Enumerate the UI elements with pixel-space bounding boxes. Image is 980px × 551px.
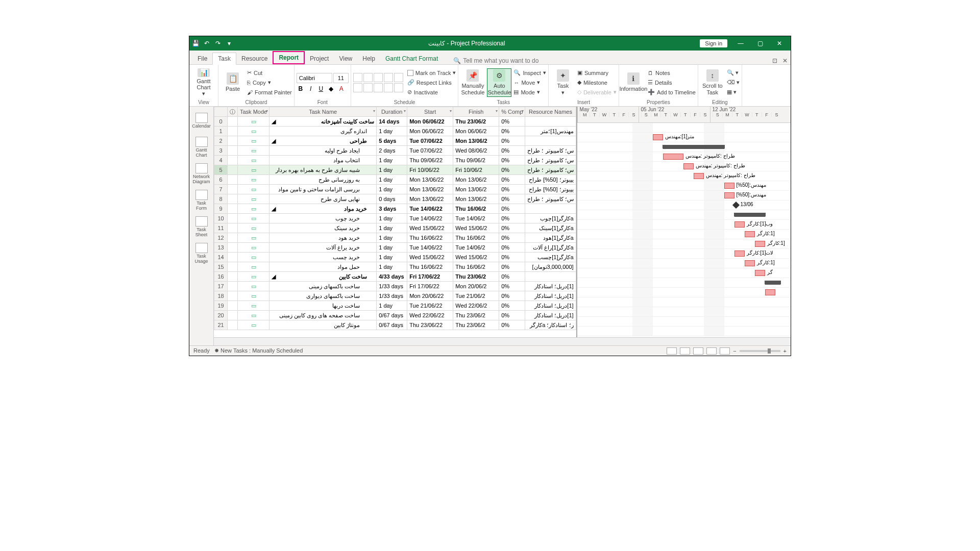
paste-button[interactable]: 📋Paste xyxy=(220,68,245,97)
table-row[interactable]: 5▭شبیه سازی طرح به همراه بهره بردار1 day… xyxy=(214,165,576,175)
table-row[interactable]: 1▭اندازه گیری1 dayMon 06/06/22Mon 06/06/… xyxy=(214,127,576,136)
maximize-button[interactable]: ▢ xyxy=(751,40,769,47)
save-icon[interactable]: 💾 xyxy=(191,39,200,47)
col-duration: Duration▾ xyxy=(377,107,407,117)
table-row[interactable]: 8▭نهایی سازی طرح0 daysMon 13/06/22Mon 13… xyxy=(214,194,576,204)
copy-button[interactable]: ⎘ Copy ▾ xyxy=(247,78,292,87)
view-shortcut-4[interactable] xyxy=(706,347,717,355)
sign-in-button[interactable]: Sign in xyxy=(700,39,727,47)
table-row[interactable]: 21▭مونتاژ کابین0/67 daysThu 23/06/22Thu … xyxy=(214,320,576,330)
table-row[interactable]: 14▭خرید چسب1 dayWed 15/06/22Wed 15/06/20… xyxy=(214,253,576,262)
paste-icon: 📋 xyxy=(227,72,239,85)
tab-report[interactable]: Report xyxy=(273,51,305,64)
font-size-input[interactable] xyxy=(333,73,349,83)
tab-task[interactable]: Task xyxy=(212,53,236,65)
table-row[interactable]: 4▭انتخاب مواد1 dayThu 09/06/22Thu 09/06/… xyxy=(214,156,576,165)
find-button[interactable]: 🔍 ▾ xyxy=(727,68,740,78)
minimize-button[interactable]: — xyxy=(731,40,750,47)
table-row[interactable]: 2▭◢طراحی5 daysTue 07/06/22Mon 13/06/20% xyxy=(214,136,576,146)
zoom-slider[interactable] xyxy=(740,350,780,352)
table-row[interactable]: 12▭خرید هود1 dayThu 16/06/22Thu 16/06/20… xyxy=(214,233,576,243)
zoom-out-button[interactable]: − xyxy=(733,348,736,354)
table-row[interactable]: 17▭ساخت باکسهای زمینی1/33 daysFri 17/06/… xyxy=(214,282,576,291)
task-table[interactable]: ⓘ Task Mode▾ Task Name▾ Duration▾ Start▾… xyxy=(214,107,576,330)
qat-dropdown-icon[interactable]: ▾ xyxy=(225,39,233,47)
close-pane-icon[interactable]: ✕ xyxy=(782,57,788,64)
tab-view[interactable]: View xyxy=(334,53,357,64)
font-name-input[interactable] xyxy=(297,73,332,83)
col-complete: % Comp▾ xyxy=(499,107,525,117)
table-row[interactable]: 7▭بررسی الزامات ساختی و تامین مواد1 dayM… xyxy=(214,185,576,194)
cut-button[interactable]: ✂ Cut xyxy=(247,68,292,78)
tab-format[interactable]: Gantt Chart Format xyxy=(380,53,443,64)
tab-project[interactable]: Project xyxy=(305,53,334,64)
table-row[interactable]: 6▭به روزرسانی طرح1 dayMon 13/06/22Mon 13… xyxy=(214,175,576,185)
clear-button[interactable]: ⌫ ▾ xyxy=(727,78,740,87)
fill-button[interactable]: ▦ ▾ xyxy=(727,88,740,97)
tab-file[interactable]: File xyxy=(192,53,212,64)
add-to-timeline-button[interactable]: ➕ Add to Timeline xyxy=(648,88,696,97)
table-row[interactable]: 16▭◢ساخت کابین4/33 daysFri 17/06/22Thu 2… xyxy=(214,272,576,282)
table-row[interactable]: 19▭ساخت دربها1 dayTue 21/06/22Wed 22/06/… xyxy=(214,301,576,311)
group-insert-label: Insert xyxy=(551,99,617,105)
view-task-sheet[interactable]: Task Sheet xyxy=(191,215,212,239)
redo-icon[interactable]: ↷ xyxy=(214,39,222,47)
table-row[interactable]: 13▭خرید یراغ آلات1 dayTue 14/06/22Tue 14… xyxy=(214,243,576,253)
scroll-to-task-button[interactable]: ↕Scroll to Task xyxy=(700,68,725,97)
ribbon-display-icon[interactable]: ⊡ xyxy=(772,57,777,64)
font-color-button[interactable]: A xyxy=(337,85,346,92)
view-task-usage[interactable]: Task Usage xyxy=(191,241,212,266)
search-icon: 🔍 xyxy=(453,57,461,64)
view-shortcut-2[interactable] xyxy=(680,347,690,355)
fill-color-button[interactable]: ◆ xyxy=(327,85,335,92)
table-row[interactable]: 10▭خرید چوب1 dayTue 14/06/22Tue 14/06/20… xyxy=(214,214,576,223)
underline-button[interactable]: U xyxy=(317,85,325,92)
view-shortcut-1[interactable] xyxy=(667,347,677,355)
table-row[interactable]: 9▭◢خرید مواد3 daysTue 14/06/22Thu 16/06/… xyxy=(214,204,576,214)
format-painter-button[interactable]: 🖌 Format Painter xyxy=(247,88,292,97)
mark-on-track-button[interactable]: Mark on Track ▾ xyxy=(407,68,456,78)
zoom-in-button[interactable]: + xyxy=(783,348,787,354)
summary-button[interactable]: ▣ Summary xyxy=(577,68,617,78)
mode-button[interactable]: ▤ Mode ▾ xyxy=(513,88,546,97)
ribbon: 📊Gantt Chart▾ View 📋Paste ✂ Cut ⎘ Copy ▾… xyxy=(189,65,791,107)
auto-schedule-button[interactable]: ⚙Auto Schedule xyxy=(487,68,511,97)
horizontal-scrollbar[interactable] xyxy=(214,337,791,345)
tab-help[interactable]: Help xyxy=(357,53,380,64)
bold-button[interactable]: B xyxy=(297,85,305,92)
manually-schedule-button[interactable]: 📌Manually Schedule xyxy=(460,68,485,97)
view-network[interactable]: Network Diagram xyxy=(191,162,212,186)
view-calendar[interactable]: Calendar xyxy=(191,109,212,133)
indent-outdent-grid[interactable] xyxy=(353,73,403,92)
col-start: Start▾ xyxy=(407,107,453,117)
table-row[interactable]: 11▭خرید سینک1 dayWed 15/06/22Wed 15/06/2… xyxy=(214,223,576,233)
view-gantt[interactable]: Gantt Chart xyxy=(191,135,212,160)
view-shortcut-5[interactable] xyxy=(720,347,730,355)
tell-me-input[interactable] xyxy=(463,57,565,64)
close-button[interactable]: ✕ xyxy=(770,40,789,47)
italic-button[interactable]: I xyxy=(307,85,315,92)
tab-resource[interactable]: Resource xyxy=(236,53,273,64)
details-button[interactable]: ☰ Details xyxy=(648,78,696,87)
table-row[interactable]: 3▭ایجاد طرح اولیه2 daysTue 07/06/22Wed 0… xyxy=(214,146,576,156)
information-button[interactable]: ℹInformation xyxy=(621,68,646,97)
move-button[interactable]: ↔ Move ▾ xyxy=(513,78,546,87)
view-shortcut-3[interactable] xyxy=(693,347,703,355)
group-view-label: View xyxy=(191,99,216,105)
table-row[interactable]: 0▭◢ساخت کابینت آشپزخانه14 daysMon 06/06/… xyxy=(214,117,576,127)
table-row[interactable]: 15▭حمل مواد1 dayThu 16/06/22Thu 16/06/20… xyxy=(214,262,576,272)
table-row[interactable]: 18▭ساخت باکسهای دیواری1/33 daysMon 20/06… xyxy=(214,291,576,301)
view-task-form[interactable]: Task Form xyxy=(191,188,212,213)
inactivate-button[interactable]: ⊘ Inactivate xyxy=(407,88,456,97)
gantt-chart-area[interactable]: May '22MTWTFS05 Jun '22SMTWTFS12 Jun '22… xyxy=(577,107,791,337)
status-ready: Ready xyxy=(193,347,210,354)
gantt-chart-button[interactable]: 📊Gantt Chart▾ xyxy=(191,68,216,97)
respect-links-button[interactable]: 🔗 Respect Links xyxy=(407,78,456,87)
inspect-button[interactable]: 🔍 Inspect ▾ xyxy=(513,68,546,78)
insert-task-button[interactable]: ✦Task▾ xyxy=(551,68,575,97)
table-row[interactable]: 20▭ساخت صفحه های روی کابین زمینی0/67 day… xyxy=(214,311,576,320)
milestone-button[interactable]: ◆ Milestone xyxy=(577,78,617,87)
group-properties-label: Properties xyxy=(621,99,696,105)
undo-icon[interactable]: ↶ xyxy=(203,39,211,47)
notes-button[interactable]: 🗒 Notes xyxy=(648,68,696,78)
